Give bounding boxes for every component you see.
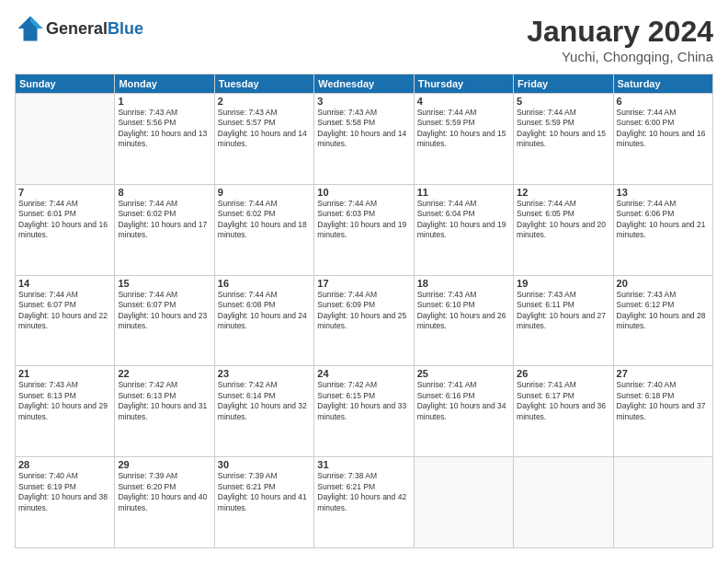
calendar-cell: 28Sunrise: 7:40 AM Sunset: 6:19 PM Dayli…	[16, 457, 115, 548]
day-number: 31	[317, 459, 410, 470]
calendar-cell: 27Sunrise: 7:40 AM Sunset: 6:18 PM Dayli…	[613, 366, 712, 457]
day-info: Sunrise: 7:44 AM Sunset: 6:08 PM Dayligh…	[218, 290, 311, 332]
calendar-cell: 5Sunrise: 7:44 AM Sunset: 5:59 PM Daylig…	[514, 94, 613, 185]
day-info: Sunrise: 7:44 AM Sunset: 5:59 PM Dayligh…	[417, 108, 510, 150]
logo-icon	[17, 15, 44, 42]
day-info: Sunrise: 7:43 AM Sunset: 5:57 PM Dayligh…	[218, 108, 311, 150]
day-number: 2	[218, 96, 311, 107]
day-info: Sunrise: 7:44 AM Sunset: 6:09 PM Dayligh…	[317, 290, 410, 332]
calendar-cell: 10Sunrise: 7:44 AM Sunset: 6:03 PM Dayli…	[314, 184, 414, 275]
day-number: 15	[118, 278, 210, 289]
calendar-cell: 24Sunrise: 7:42 AM Sunset: 6:15 PM Dayli…	[314, 366, 414, 457]
calendar-cell: 29Sunrise: 7:39 AM Sunset: 6:20 PM Dayli…	[115, 457, 214, 548]
calendar-cell: 19Sunrise: 7:43 AM Sunset: 6:11 PM Dayli…	[514, 275, 613, 366]
day-number: 21	[18, 368, 111, 379]
weekday-header: Saturday	[613, 75, 712, 94]
calendar-cell: 11Sunrise: 7:44 AM Sunset: 6:04 PM Dayli…	[414, 184, 513, 275]
logo: GeneralBlue	[15, 15, 143, 42]
day-number: 20	[617, 278, 710, 289]
calendar-cell: 4Sunrise: 7:44 AM Sunset: 5:59 PM Daylig…	[414, 94, 513, 185]
calendar-cell: 20Sunrise: 7:43 AM Sunset: 6:12 PM Dayli…	[613, 275, 712, 366]
weekday-header: Wednesday	[314, 75, 414, 94]
day-number: 19	[517, 278, 609, 289]
day-info: Sunrise: 7:43 AM Sunset: 6:10 PM Dayligh…	[417, 290, 510, 332]
day-info: Sunrise: 7:44 AM Sunset: 6:00 PM Dayligh…	[617, 108, 710, 150]
calendar-cell: 23Sunrise: 7:42 AM Sunset: 6:14 PM Dayli…	[214, 366, 313, 457]
calendar-cell: 30Sunrise: 7:39 AM Sunset: 6:21 PM Dayli…	[214, 457, 313, 548]
day-info: Sunrise: 7:44 AM Sunset: 6:06 PM Dayligh…	[617, 199, 710, 241]
day-number: 12	[517, 187, 609, 198]
calendar-cell: 16Sunrise: 7:44 AM Sunset: 6:08 PM Dayli…	[214, 275, 313, 366]
calendar-cell: 14Sunrise: 7:44 AM Sunset: 6:07 PM Dayli…	[16, 275, 115, 366]
calendar-cell: 1Sunrise: 7:43 AM Sunset: 5:56 PM Daylig…	[115, 94, 214, 185]
month-title: January 2024	[527, 15, 713, 49]
day-info: Sunrise: 7:44 AM Sunset: 6:07 PM Dayligh…	[18, 290, 111, 332]
day-number: 18	[417, 278, 510, 289]
weekday-header: Thursday	[414, 75, 513, 94]
day-info: Sunrise: 7:44 AM Sunset: 6:04 PM Dayligh…	[417, 199, 510, 241]
day-number: 16	[218, 278, 311, 289]
day-number: 11	[417, 187, 510, 198]
calendar-header-row: SundayMondayTuesdayWednesdayThursdayFrid…	[16, 75, 713, 94]
page: GeneralBlue January 2024 Yuchi, Chongqin…	[0, 0, 728, 563]
calendar-cell	[514, 457, 613, 548]
day-info: Sunrise: 7:42 AM Sunset: 6:14 PM Dayligh…	[218, 380, 311, 422]
day-info: Sunrise: 7:44 AM Sunset: 6:03 PM Dayligh…	[317, 199, 410, 241]
day-info: Sunrise: 7:44 AM Sunset: 6:05 PM Dayligh…	[517, 199, 609, 241]
location: Yuchi, Chongqing, China	[527, 49, 713, 64]
day-info: Sunrise: 7:42 AM Sunset: 6:15 PM Dayligh…	[317, 380, 410, 422]
calendar-week-row: 28Sunrise: 7:40 AM Sunset: 6:19 PM Dayli…	[16, 457, 713, 548]
calendar-table: SundayMondayTuesdayWednesdayThursdayFrid…	[15, 74, 713, 548]
day-info: Sunrise: 7:44 AM Sunset: 6:07 PM Dayligh…	[118, 290, 210, 332]
header: GeneralBlue January 2024 Yuchi, Chongqin…	[15, 15, 713, 64]
calendar-cell	[613, 457, 712, 548]
day-info: Sunrise: 7:44 AM Sunset: 5:59 PM Dayligh…	[517, 108, 609, 150]
day-number: 9	[218, 187, 311, 198]
calendar-cell	[16, 94, 115, 185]
day-info: Sunrise: 7:41 AM Sunset: 6:17 PM Dayligh…	[517, 380, 609, 422]
calendar-cell: 22Sunrise: 7:42 AM Sunset: 6:13 PM Dayli…	[115, 366, 214, 457]
day-info: Sunrise: 7:43 AM Sunset: 6:11 PM Dayligh…	[517, 290, 609, 332]
day-number: 6	[617, 96, 710, 107]
day-number: 26	[517, 368, 609, 379]
calendar-cell: 21Sunrise: 7:43 AM Sunset: 6:13 PM Dayli…	[16, 366, 115, 457]
day-info: Sunrise: 7:38 AM Sunset: 6:21 PM Dayligh…	[317, 471, 410, 513]
calendar-cell: 26Sunrise: 7:41 AM Sunset: 6:17 PM Dayli…	[514, 366, 613, 457]
weekday-header: Monday	[115, 75, 214, 94]
weekday-header: Friday	[514, 75, 613, 94]
day-number: 7	[18, 187, 111, 198]
calendar-cell: 17Sunrise: 7:44 AM Sunset: 6:09 PM Dayli…	[314, 275, 414, 366]
weekday-header: Tuesday	[214, 75, 313, 94]
day-number: 10	[317, 187, 410, 198]
calendar-cell: 9Sunrise: 7:44 AM Sunset: 6:02 PM Daylig…	[214, 184, 313, 275]
day-number: 4	[417, 96, 510, 107]
day-number: 1	[118, 96, 210, 107]
day-info: Sunrise: 7:40 AM Sunset: 6:19 PM Dayligh…	[18, 471, 111, 513]
day-number: 24	[317, 368, 410, 379]
title-block: January 2024 Yuchi, Chongqing, China	[527, 15, 713, 64]
day-info: Sunrise: 7:40 AM Sunset: 6:18 PM Dayligh…	[617, 380, 710, 422]
day-info: Sunrise: 7:44 AM Sunset: 6:02 PM Dayligh…	[118, 199, 210, 241]
calendar-cell: 13Sunrise: 7:44 AM Sunset: 6:06 PM Dayli…	[613, 184, 712, 275]
day-info: Sunrise: 7:43 AM Sunset: 6:13 PM Dayligh…	[18, 380, 111, 422]
day-number: 27	[617, 368, 710, 379]
calendar-cell: 18Sunrise: 7:43 AM Sunset: 6:10 PM Dayli…	[414, 275, 513, 366]
day-info: Sunrise: 7:42 AM Sunset: 6:13 PM Dayligh…	[118, 380, 210, 422]
calendar-cell: 31Sunrise: 7:38 AM Sunset: 6:21 PM Dayli…	[314, 457, 414, 548]
calendar-cell: 7Sunrise: 7:44 AM Sunset: 6:01 PM Daylig…	[16, 184, 115, 275]
calendar-cell: 3Sunrise: 7:43 AM Sunset: 5:58 PM Daylig…	[314, 94, 414, 185]
day-number: 14	[18, 278, 111, 289]
day-number: 30	[218, 459, 311, 470]
calendar-cell: 15Sunrise: 7:44 AM Sunset: 6:07 PM Dayli…	[115, 275, 214, 366]
weekday-header: Sunday	[16, 75, 115, 94]
day-number: 23	[218, 368, 311, 379]
day-info: Sunrise: 7:44 AM Sunset: 6:01 PM Dayligh…	[18, 199, 111, 241]
day-number: 5	[517, 96, 609, 107]
logo-text: GeneralBlue	[46, 19, 143, 39]
calendar-week-row: 21Sunrise: 7:43 AM Sunset: 6:13 PM Dayli…	[16, 366, 713, 457]
day-number: 17	[317, 278, 410, 289]
day-number: 3	[317, 96, 410, 107]
calendar-cell: 6Sunrise: 7:44 AM Sunset: 6:00 PM Daylig…	[613, 94, 712, 185]
day-number: 25	[417, 368, 510, 379]
day-info: Sunrise: 7:43 AM Sunset: 5:58 PM Dayligh…	[317, 108, 410, 150]
